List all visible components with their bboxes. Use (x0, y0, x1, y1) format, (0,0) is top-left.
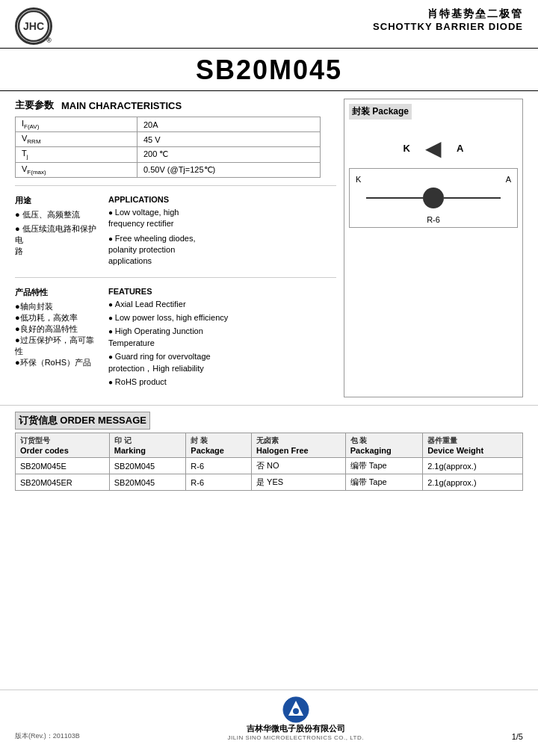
marking-1: SB20M045 (109, 458, 186, 474)
param-name: VRRM (16, 132, 137, 147)
col-header-package: 封 装 Package (186, 433, 252, 458)
section-divider (15, 277, 336, 278)
order-code-2: SB20M045ER (16, 474, 110, 491)
col-header-packaging: 包 装 Packaging (345, 433, 422, 458)
page-number: 1/5 (512, 732, 523, 741)
diode-package (423, 188, 444, 208)
applications-section: 用途 ● 低压、高频整流 ● 低压续流电路和保护电路 APPLICATIONS … (15, 190, 336, 270)
package-1: R-6 (186, 458, 252, 474)
col-cn-marking: 印 记 (114, 436, 182, 446)
main-char-header: 主要参数 MAIN CHARACTERISTICS (15, 99, 336, 112)
diode-symbol-row: K ◀ A (349, 136, 518, 161)
col-header-halogen: 无卤素 Halogen Free (251, 433, 345, 458)
package-section: 封装 Package K ◀ A K A R-6 (344, 99, 523, 397)
company-logo: JHC (15, 7, 52, 45)
features-en: FEATURES Axial Lead Rectifier Low power … (108, 287, 336, 391)
param-name: Tj (16, 147, 137, 162)
features-en-label: FEATURES (108, 287, 336, 296)
order-en-label: ORDER MESSAGE (60, 415, 146, 426)
header-title-area: 肖特基势垒二极管 SCHOTTKY BARRIER DIODE (373, 7, 523, 32)
order-header-box: 订货信息 ORDER MESSAGE (15, 412, 150, 430)
col-header-weight: 器件重量 Device Weight (423, 433, 523, 458)
footer-company: 吉林华微电子股份有限公司 JILIN SINO MICROELECTRONICS… (228, 696, 364, 741)
lead-left (366, 197, 423, 199)
list-item: Low voltage, highfrequency rectifier (108, 207, 336, 230)
col-en-weight: Device Weight (427, 446, 518, 455)
order-row-1: SB20M045E SB20M045 R-6 否 NO 编带 Tape 2.1g… (16, 458, 523, 474)
features-cn-item3: ●良好的高温特性 (15, 323, 97, 335)
main-char-cn-label: 主要参数 (15, 99, 54, 112)
features-cn-item4: ●过压保护环，高可靠性 (15, 335, 97, 357)
col-cn-weight: 器件重量 (427, 436, 518, 446)
order-section: 订货信息 ORDER MESSAGE 订货型号 Order codes 印 记 … (0, 406, 538, 497)
weight-2: 2.1g(approx.) (423, 474, 523, 491)
footer-logo-icon (282, 696, 309, 723)
company-name-en: JILIN SINO MICROELECTRONICS CO., LTD. (228, 734, 364, 741)
table-row: VRRM 45 V (16, 132, 321, 147)
order-cn-label: 订货信息 (19, 415, 58, 426)
param-value: 200 ℃ (137, 147, 321, 162)
features-cn-label: 产品特性 (15, 287, 97, 298)
part-number-title: SB20M045 (0, 55, 538, 86)
logo-area: JHC (15, 7, 52, 45)
packaging-1: 编带 Tape (345, 458, 422, 474)
apps-cn: 用途 ● 低压、高频整流 ● 低压续流电路和保护电路 (15, 195, 97, 270)
features-cn-item1: ●轴向封装 (15, 301, 97, 312)
list-item: Free wheeling diodes,polanity protection… (108, 233, 336, 267)
halogen-1: 否 NO (251, 458, 345, 474)
list-item: High Operating JunctionTemperature (108, 326, 336, 349)
col-header-marking: 印 记 Marking (109, 433, 186, 458)
apps-cn-item1: ● 低压、高频整流 (15, 209, 97, 220)
order-code-1: SB20M045E (16, 458, 110, 474)
col-cn-packaging: 包 装 (350, 436, 418, 446)
col-en-halogen: Halogen Free (256, 446, 341, 455)
order-row-2: SB20M045ER SB20M045 R-6 是 YES 编带 Tape 2.… (16, 474, 523, 491)
marking-2: SB20M045 (109, 474, 186, 491)
order-table: 订货型号 Order codes 印 记 Marking 封 装 Package… (15, 433, 523, 491)
list-item: Low power loss, high efficiency (108, 312, 336, 323)
weight-1: 2.1g(approx.) (423, 458, 523, 474)
order-section-header: 订货信息 ORDER MESSAGE (15, 412, 523, 430)
a-label-top: A (457, 143, 463, 154)
col-en-marking: Marking (114, 446, 182, 455)
english-subtitle: SCHOTTKY BARRIER DIODE (373, 21, 523, 32)
list-item: Axial Lead Rectifier (108, 299, 336, 310)
chinese-title: 肖特基势垒二极管 (373, 7, 523, 21)
apps-en: APPLICATIONS Low voltage, highfrequency … (108, 195, 336, 270)
lead-right (444, 197, 501, 199)
page-header: JHC 肖特基势垒二极管 SCHOTTKY BARRIER DIODE (0, 0, 538, 49)
col-cn-package: 封 装 (191, 436, 247, 446)
col-header-order-code: 订货型号 Order codes (16, 433, 110, 458)
col-en-order: Order codes (20, 446, 105, 455)
version-label: 版本(Rev.)：201103B (15, 731, 80, 741)
param-name: VF(max) (16, 162, 137, 177)
company-name-cn: 吉林华微电子股份有限公司 (247, 723, 345, 734)
features-section: 产品特性 ●轴向封装 ●低功耗，高效率 ●良好的高温特性 ●过压保护环，高可靠性… (15, 282, 336, 391)
col-cn-order: 订货型号 (20, 436, 105, 446)
package-2: R-6 (186, 474, 252, 491)
table-header-row: 订货型号 Order codes 印 记 Marking 封 装 Package… (16, 433, 523, 458)
features-cn: 产品特性 ●轴向封装 ●低功耗，高效率 ●良好的高温特性 ●过压保护环，高可靠性… (15, 287, 97, 391)
features-cn-item5: ●环保（RoHS）产品 (15, 357, 97, 368)
diode-drawing: K A R-6 (349, 168, 518, 228)
col-en-packaging: Packaging (350, 446, 418, 455)
param-value: 20A (137, 117, 321, 132)
left-content: 主要参数 MAIN CHARACTERISTICS IF(AV) 20A VRR… (15, 99, 336, 397)
k-label-top: K (404, 143, 410, 154)
diode-body (366, 188, 501, 208)
features-en-list: Axial Lead Rectifier Low power loss, hig… (108, 299, 336, 388)
apps-en-list: Low voltage, highfrequency rectifier Fre… (108, 207, 336, 267)
param-value: 0.50V (@Tj=125℃) (137, 162, 321, 177)
svg-text:JHC: JHC (23, 20, 44, 32)
list-item: RoHS product (108, 377, 336, 388)
page-footer: 版本(Rev.)：201103B 吉林华微电子股份有限公司 JILIN SINO… (0, 690, 538, 741)
table-row: IF(AV) 20A (16, 117, 321, 132)
list-item: Guard ring for overvoltageprotection，Hig… (108, 351, 336, 374)
table-row: Tj 200 ℃ (16, 147, 321, 162)
params-table: IF(AV) 20A VRRM 45 V Tj 200 ℃ VF(max) 0.… (15, 117, 321, 178)
col-cn-halogen: 无卤素 (256, 436, 341, 446)
k-label-body: K (356, 175, 361, 184)
triangle-icon: ◀ (425, 136, 442, 161)
param-name: IF(AV) (16, 117, 137, 132)
r6-label: R-6 (427, 215, 440, 224)
